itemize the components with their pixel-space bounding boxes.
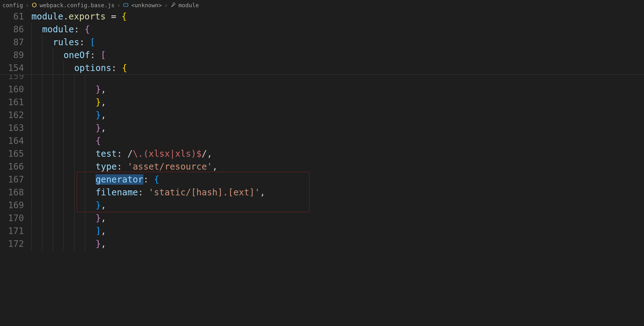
code-line[interactable]: 166type: 'asset/resource', bbox=[0, 160, 644, 173]
chevron-right-icon: › bbox=[25, 2, 29, 8]
token: rules bbox=[53, 37, 79, 47]
indent-guides bbox=[31, 147, 96, 160]
code-content: }, bbox=[96, 237, 106, 250]
token: , bbox=[207, 149, 212, 159]
token bbox=[149, 174, 154, 185]
token: , bbox=[175, 75, 180, 76]
code-line[interactable]: 164{ bbox=[0, 134, 644, 147]
line-number: 170 bbox=[0, 212, 31, 225]
line-number: 166 bbox=[0, 160, 31, 173]
token: maxSize bbox=[106, 75, 143, 76]
token bbox=[85, 37, 90, 47]
token: : bbox=[143, 75, 149, 76]
line-number: 87 bbox=[0, 36, 31, 49]
token: , bbox=[101, 200, 106, 210]
token: , bbox=[101, 123, 106, 133]
token: 'static/[hash].[ext]' bbox=[149, 187, 260, 198]
token: options bbox=[74, 63, 111, 73]
indent-guides bbox=[31, 186, 96, 199]
token: { bbox=[122, 63, 127, 73]
code-line[interactable]: 162}, bbox=[0, 109, 644, 122]
breadcrumb: config›webpack.config.base.js›<unknown>›… bbox=[0, 0, 644, 10]
token: . bbox=[63, 11, 69, 22]
code-line[interactable]: 167generator: { bbox=[0, 173, 644, 186]
token: )$ bbox=[191, 149, 202, 159]
token: , bbox=[101, 213, 106, 223]
token: : bbox=[90, 50, 95, 60]
code-line[interactable]: 154options: { bbox=[0, 62, 644, 74]
token: } bbox=[96, 200, 101, 210]
svg-rect-0 bbox=[124, 4, 128, 7]
token bbox=[117, 63, 122, 73]
line-number: 86 bbox=[0, 23, 31, 36]
token: generator bbox=[96, 174, 143, 185]
code-content: oneOf: [ bbox=[64, 49, 106, 62]
line-number: 169 bbox=[0, 199, 31, 212]
token: } bbox=[96, 213, 101, 223]
token: / bbox=[127, 149, 133, 159]
breadcrumb-item[interactable]: module bbox=[170, 2, 199, 8]
code-line[interactable]: 172}, bbox=[0, 237, 644, 250]
code-content: }, bbox=[96, 122, 106, 134]
token: , bbox=[101, 226, 106, 236]
token: , bbox=[101, 239, 106, 249]
code-line[interactable]: 163}, bbox=[0, 122, 644, 134]
token: [ bbox=[101, 50, 106, 60]
indent-guides bbox=[31, 199, 96, 212]
breadcrumb-label: config bbox=[3, 2, 23, 8]
line-number: 163 bbox=[0, 122, 31, 134]
sticky-scroll-header[interactable]: 61module.exports = {86module: {87rules: … bbox=[0, 10, 644, 75]
line-number: 171 bbox=[0, 225, 31, 237]
token: : bbox=[138, 187, 143, 198]
code-line[interactable]: 87rules: [ bbox=[0, 36, 644, 49]
code-line[interactable]: 89oneOf: [ bbox=[0, 49, 644, 62]
chevron-right-icon: › bbox=[117, 2, 120, 8]
breadcrumb-item[interactable]: <unknown> bbox=[123, 2, 162, 8]
code-line[interactable]: 169}, bbox=[0, 199, 644, 212]
indent-guides bbox=[31, 134, 96, 147]
variable-icon bbox=[123, 2, 129, 8]
token: type bbox=[96, 161, 117, 172]
token: { bbox=[85, 24, 90, 35]
line-number: 168 bbox=[0, 186, 31, 199]
code-line[interactable]: 171], bbox=[0, 225, 644, 237]
code-content: ], bbox=[96, 225, 106, 237]
indent-guides bbox=[31, 212, 96, 225]
breadcrumb-item[interactable]: config bbox=[3, 2, 23, 8]
token: , bbox=[101, 97, 106, 107]
token: module bbox=[31, 11, 63, 22]
code-line[interactable]: 159 maxSize: 8192, bbox=[0, 75, 644, 83]
code-content: generator: { bbox=[96, 173, 159, 186]
breadcrumb-item[interactable]: webpack.config.base.js bbox=[31, 2, 114, 8]
indent-guides bbox=[31, 173, 96, 186]
token: } bbox=[96, 97, 101, 107]
code-content: module: { bbox=[42, 23, 90, 36]
breadcrumb-label: module bbox=[179, 2, 199, 8]
editor-body[interactable]: 159 maxSize: 8192,160},161},162},163},16… bbox=[0, 75, 644, 250]
code-line[interactable]: 168filename: 'static/[hash].[ext]', bbox=[0, 186, 644, 199]
code-line[interactable]: 86module: { bbox=[0, 23, 644, 36]
code-line[interactable]: 170}, bbox=[0, 212, 644, 225]
code-line[interactable]: 61module.exports = { bbox=[0, 10, 644, 23]
token: : bbox=[74, 24, 79, 35]
code-content: }, bbox=[96, 212, 106, 225]
code-content: options: { bbox=[74, 62, 127, 74]
token bbox=[143, 187, 149, 198]
indent-guides bbox=[31, 49, 64, 62]
line-number: 162 bbox=[0, 109, 31, 122]
token: | bbox=[170, 149, 175, 159]
token: } bbox=[96, 123, 101, 133]
code-editor[interactable]: 61module.exports = {86module: {87rules: … bbox=[0, 10, 644, 326]
code-line[interactable]: 160}, bbox=[0, 83, 644, 96]
token: filename bbox=[96, 187, 138, 198]
breadcrumb-label: webpack.config.base.js bbox=[40, 2, 114, 8]
code-line[interactable]: 161}, bbox=[0, 96, 644, 109]
line-number: 160 bbox=[0, 83, 31, 96]
code-line[interactable]: 165test: /\.(xlsx|xls)$/, bbox=[0, 147, 644, 160]
code-content: }, bbox=[96, 96, 106, 109]
token: oneOf bbox=[64, 50, 90, 60]
indent-guides bbox=[31, 109, 96, 122]
line-number: 159 bbox=[0, 75, 31, 78]
indent-guides bbox=[31, 96, 96, 109]
indent-guides bbox=[31, 122, 96, 134]
